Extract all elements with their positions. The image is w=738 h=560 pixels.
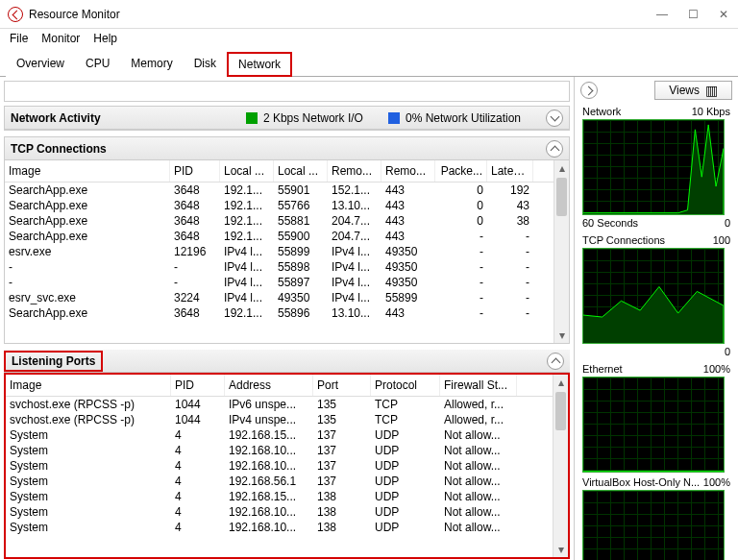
table-row[interactable]: System4192.168.15...137UDPNot allow... (6, 427, 568, 443)
scroll-up-icon[interactable]: ▴ (554, 160, 569, 176)
tab-disk[interactable]: Disk (184, 52, 227, 77)
col-remote-port[interactable]: Remo... (381, 160, 435, 182)
views-label: Views (669, 84, 700, 97)
col-latency[interactable]: Laten... (487, 160, 533, 182)
window-title: Resource Monitor (29, 8, 655, 21)
table-row[interactable]: System4192.168.56.1137UDPNot allow... (6, 474, 568, 489)
col-image[interactable]: Image (5, 160, 170, 182)
network-activity-title: Network Activity (11, 111, 101, 125)
col-protocol[interactable]: Protocol (371, 375, 440, 396)
table-row[interactable]: svchost.exe (RPCSS -p)1044IPv6 unspe...1… (6, 397, 568, 412)
tab-memory[interactable]: Memory (120, 52, 183, 77)
chart (582, 119, 725, 215)
chart-scale: 10 Kbps (692, 106, 730, 117)
table-row[interactable]: System4192.168.10...138UDPNot allow... (6, 504, 568, 520)
maximize-button[interactable]: ☐ (686, 8, 700, 21)
table-row[interactable]: esrv.exe12196IPv4 l...55899IPv4 l...4935… (5, 244, 569, 259)
legend-util: 0% Network Utilization (406, 111, 521, 125)
col-firewall[interactable]: Firewall St... (440, 375, 517, 396)
col-port[interactable]: Port (313, 375, 371, 396)
chart-scale: 100% (703, 476, 730, 488)
menu-help[interactable]: Help (93, 32, 117, 45)
table-row[interactable]: SearchApp.exe3648192.1...5576613.10...44… (5, 198, 569, 213)
listening-scrollbar[interactable]: ▴ ▾ (553, 375, 568, 557)
col-local-addr[interactable]: Local ... (220, 160, 274, 182)
legend-green-icon (246, 112, 258, 124)
chart (582, 248, 725, 344)
table-row[interactable]: System4192.168.10...137UDPNot allow... (6, 443, 568, 458)
listening-header-row: Image PID Address Port Protocol Firewall… (6, 375, 568, 397)
table-row[interactable]: --IPv4 l...55897IPv4 l...49350-- (5, 275, 569, 290)
table-row[interactable]: System4192.168.15...138UDPNot allow... (6, 489, 568, 504)
chart-scale: 100% (703, 363, 730, 375)
chart-title: VirtualBox Host-Only N... (582, 476, 700, 488)
tcp-scrollbar[interactable]: ▴ ▾ (554, 160, 569, 343)
col-local-port[interactable]: Local ... (274, 160, 328, 182)
minimize-button[interactable]: — (655, 8, 669, 21)
panel-network-activity: Network Activity 2 Kbps Network I/O 0% N… (4, 106, 570, 131)
col-remote-addr[interactable]: Remo... (328, 160, 381, 182)
table-row[interactable]: System4192.168.10...138UDPNot allow... (6, 520, 568, 535)
tab-cpu[interactable]: CPU (75, 52, 120, 77)
scroll-down-icon[interactable]: ▾ (554, 542, 568, 557)
tcp-header-row: Image PID Local ... Local ... Remo... Re… (5, 160, 569, 183)
table-row[interactable]: SearchApp.exe3648192.1...55900204.7...44… (5, 229, 569, 244)
legend-kbps: 2 Kbps Network I/O (263, 111, 363, 125)
table-row[interactable]: --IPv4 l...55898IPv4 l...49350-- (5, 259, 569, 275)
titlebar: Resource Monitor — ☐ ✕ (0, 0, 738, 29)
collapse-right-pane[interactable] (580, 82, 598, 99)
chart-title: TCP Connections (582, 234, 665, 246)
menu-file[interactable]: File (10, 32, 28, 45)
tcp-title: TCP Connections (11, 142, 107, 156)
tab-overview[interactable]: Overview (6, 52, 75, 77)
table-row[interactable]: System4192.168.10...137UDPNot allow... (6, 458, 568, 474)
table-row[interactable]: SearchApp.exe3648192.1...5589613.10...44… (5, 305, 569, 321)
chart-scale: 100 (713, 234, 730, 246)
chart-title: Ethernet (582, 363, 623, 375)
col-address[interactable]: Address (225, 375, 313, 396)
menubar: File Monitor Help (0, 29, 738, 51)
col-pid[interactable]: PID (171, 375, 225, 396)
collapse-network-activity[interactable] (546, 110, 563, 127)
collapse-tcp[interactable] (546, 140, 563, 158)
chart (582, 377, 725, 473)
scroll-down-icon[interactable]: ▾ (554, 328, 569, 343)
table-row[interactable]: esrv_svc.exe3224IPv4 l...49350IPv4 l...5… (5, 290, 569, 305)
col-image[interactable]: Image (6, 375, 171, 396)
filter-bar[interactable] (4, 81, 570, 102)
col-packet[interactable]: Packe... (435, 160, 487, 182)
collapse-listening[interactable] (547, 353, 564, 370)
chart (582, 490, 725, 560)
scroll-up-icon[interactable]: ▴ (554, 375, 568, 390)
menu-monitor[interactable]: Monitor (41, 32, 80, 45)
tab-network[interactable]: Network (227, 52, 292, 77)
listening-title: Listening Ports (4, 351, 103, 372)
legend-blue-icon (388, 112, 400, 124)
views-button[interactable]: Views▥ (654, 81, 732, 100)
chart-title: Network (582, 106, 621, 117)
panel-tcp-connections: TCP Connections Image PID Local ... Loca… (4, 136, 570, 344)
table-row[interactable]: svchost.exe (RPCSS -p)1044IPv4 unspe...1… (6, 412, 568, 427)
app-icon (8, 7, 23, 22)
tabs: Overview CPU Memory Disk Network (0, 51, 738, 77)
close-button[interactable]: ✕ (717, 8, 730, 21)
table-row[interactable]: SearchApp.exe3648192.1...55881204.7...44… (5, 213, 569, 229)
col-pid[interactable]: PID (170, 160, 220, 182)
panel-listening-ports: Listening Ports Image PID Address Port P… (4, 350, 570, 559)
table-row[interactable]: SearchApp.exe3648192.1...55901152.1...44… (5, 183, 569, 198)
